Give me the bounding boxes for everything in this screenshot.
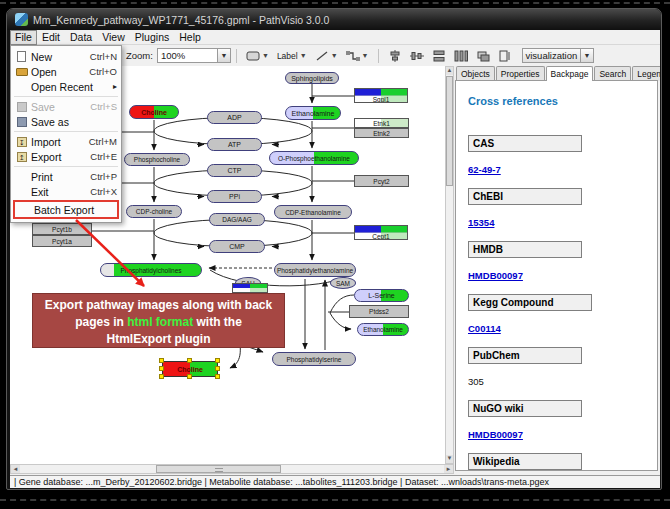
node-pcyt2[interactable]: Pcyt2 <box>354 175 409 187</box>
selection-handle[interactable] <box>215 374 220 379</box>
pathvisio-app-icon <box>15 13 28 26</box>
submenu-arrow-icon: ▸ <box>113 82 117 91</box>
distribute-vertical-button[interactable] <box>430 49 448 63</box>
link-cas-id[interactable]: 62-49-7 <box>468 164 501 175</box>
line-tool-button[interactable]: ▼ <box>313 49 340 63</box>
menu-item-open-recent[interactable]: Open Recent▸ <box>12 79 120 94</box>
node-ethanolamine[interactable]: Ethanolamine <box>285 106 341 120</box>
menu-item-open[interactable]: OpenCtrl+O <box>12 64 120 79</box>
link-kegg-id[interactable]: C00114 <box>468 323 501 334</box>
chevron-down-icon[interactable]: ▼ <box>580 49 592 62</box>
label-tool-button[interactable]: Label ▼ <box>275 50 309 62</box>
selection-handle[interactable] <box>215 366 220 371</box>
pubchem-id: 305 <box>468 376 484 387</box>
selection-handle[interactable] <box>187 358 192 363</box>
gene-tool-button[interactable]: ▼ <box>244 49 271 63</box>
tab-backpage[interactable]: Backpage <box>546 66 594 81</box>
node-etnk2[interactable]: Etnk2 <box>354 128 409 138</box>
node-ppi[interactable]: PPi <box>207 190 262 203</box>
visualization-combobox[interactable]: visualization ▼ <box>522 48 594 63</box>
line-tool-icon <box>315 50 329 62</box>
node-choline[interactable]: Choline <box>129 105 179 119</box>
zoom-label: Zoom: <box>126 50 153 61</box>
top-crop-edge <box>0 2 670 4</box>
section-header-kegg: Kegg Compound <box>468 294 592 311</box>
menu-separator <box>14 166 118 167</box>
client-area: File Edit Data View Plugins Help Zoom: 1… <box>10 30 660 488</box>
tab-objects[interactable]: Objects <box>456 66 495 81</box>
node-pcyt1b[interactable]: Pcyt1b <box>32 223 92 235</box>
node-dag-aag[interactable]: DAG/AAG <box>209 213 265 226</box>
common-size-icon <box>476 50 490 62</box>
distribute-horizontal-button[interactable] <box>452 49 470 63</box>
link-hmdb-id[interactable]: HMDB00097 <box>468 270 523 281</box>
node-pcyt1a[interactable]: Pcyt1a <box>32 235 92 247</box>
node-cdp-ethanolamine[interactable]: CDP-Ethanolamine <box>274 205 352 219</box>
common-size-button[interactable] <box>474 49 492 63</box>
node-etnk1[interactable]: Etnk1 <box>354 118 409 128</box>
selection-handle[interactable] <box>159 374 164 379</box>
tab-legend[interactable]: Legend <box>632 66 660 81</box>
menu-file[interactable]: File <box>10 30 37 45</box>
scroll-right-icon[interactable]: ► <box>444 465 453 473</box>
menu-help[interactable]: Help <box>174 30 206 45</box>
node-ptdss2[interactable]: Ptdss2 <box>349 305 409 318</box>
link-chebi-id[interactable]: 15354 <box>468 217 494 228</box>
menu-separator <box>14 96 118 97</box>
distribute-vertical-icon <box>432 50 446 62</box>
link-nugo-id[interactable]: HMDB00097 <box>468 429 523 440</box>
chevron-down-icon[interactable]: ▼ <box>217 49 230 62</box>
align-center-horizontal-button[interactable] <box>408 49 426 63</box>
scroll-left-icon[interactable]: ◄ <box>11 465 20 473</box>
menu-item-import[interactable]: ↧ ImportCtrl+M <box>12 134 120 149</box>
node-atp[interactable]: ATP <box>207 138 262 151</box>
tab-search[interactable]: Search <box>594 66 631 81</box>
menu-data[interactable]: Data <box>65 30 97 45</box>
horizontal-scroll-thumb[interactable] <box>156 465 281 473</box>
menu-edit[interactable]: Edit <box>37 30 65 45</box>
node-l-serine[interactable]: L-Serine <box>354 289 409 302</box>
zoom-combobox[interactable]: 100% ▼ <box>157 48 231 63</box>
selection-handle[interactable] <box>187 374 192 379</box>
node-o-phosphoethanolamine[interactable]: O-Phosphoethanolamine <box>269 151 359 165</box>
node-cmp[interactable]: CMP <box>209 240 265 253</box>
tab-properties[interactable]: Properties <box>496 66 545 81</box>
selection-handle[interactable] <box>215 358 220 363</box>
selection-handle[interactable] <box>159 358 164 363</box>
node-phosphatidylethanolamine[interactable]: Phosphatidylethanolamine <box>274 263 356 277</box>
node-ctp[interactable]: CTP <box>207 164 262 177</box>
layout-button[interactable] <box>496 49 514 63</box>
canvas-horizontal-scrollbar[interactable]: ◄ ► <box>10 464 454 474</box>
node-ethanolamine-2[interactable]: Ethanolamine <box>357 323 409 336</box>
menu-item-batch-export[interactable]: Batch Export <box>13 200 119 219</box>
node-sphingolipids[interactable]: Sphingolipids <box>285 72 339 84</box>
align-center-vertical-icon <box>388 50 402 62</box>
node-sam[interactable]: SAM <box>330 277 356 289</box>
menu-item-save-as[interactable]: Save as <box>12 114 120 129</box>
new-file-icon <box>15 51 31 63</box>
node-cdp-choline[interactable]: CDP-choline <box>126 205 182 218</box>
node-pemt[interactable] <box>232 283 268 293</box>
menu-item-exit[interactable]: ExitCtrl+X <box>12 184 120 199</box>
menu-separator <box>14 131 118 132</box>
canvas-vertical-scrollbar[interactable]: ▲ ▼ <box>445 66 454 464</box>
menu-view[interactable]: View <box>97 30 130 45</box>
menu-item-save[interactable]: SaveCtrl+S <box>12 99 120 114</box>
scroll-down-icon[interactable]: ▼ <box>446 455 453 463</box>
gene-tool-icon <box>246 50 260 62</box>
menu-item-export[interactable]: ↥ ExportCtrl+E <box>12 149 120 164</box>
node-sgpl1[interactable]: Sgpl1 <box>354 88 408 103</box>
scroll-up-icon[interactable]: ▲ <box>446 67 453 75</box>
node-adp[interactable]: ADP <box>207 111 262 124</box>
node-phosphatidylcholines[interactable]: Phosphatidylcholines <box>100 263 202 277</box>
node-phosphatidylserine[interactable]: Phosphatidylserine <box>272 352 356 366</box>
node-cept1[interactable]: Cept1 <box>354 225 408 240</box>
node-phosphocholine[interactable]: Phosphocholine <box>124 153 190 166</box>
align-center-vertical-button[interactable] <box>386 49 404 63</box>
menu-item-print[interactable]: PrintCtrl+P <box>12 169 120 184</box>
menu-plugins[interactable]: Plugins <box>130 30 174 45</box>
connector-tool-button[interactable]: ▼ <box>344 49 371 63</box>
vertical-scroll-thumb[interactable] <box>446 76 453 186</box>
menu-item-new[interactable]: NewCtrl+N <box>12 49 120 64</box>
selection-handle[interactable] <box>159 366 164 371</box>
